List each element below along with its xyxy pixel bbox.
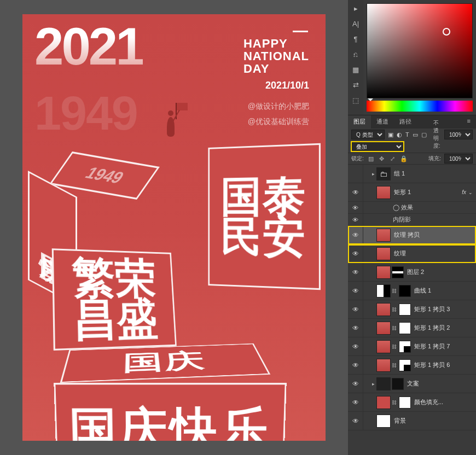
opacity-input[interactable]: 100% — [444, 130, 473, 139]
layer-name[interactable]: 矩形 1 拷贝 3 — [414, 305, 473, 313]
color-picker-ring[interactable] — [443, 28, 450, 36]
layer-name[interactable]: 矩形 1 拷贝 6 — [414, 361, 473, 369]
layer-row[interactable]: 👁⛓矩形 1 拷贝 3 — [348, 300, 476, 319]
layer-name[interactable]: 矩形 1 拷贝 7 — [414, 342, 473, 351]
layer-thumb — [376, 359, 391, 372]
layer-name[interactable]: 矩形 1 拷贝 2 — [414, 324, 473, 332]
panel-menu-icon[interactable]: ≡ — [462, 115, 476, 129]
folder-icon: 🗀 — [376, 167, 391, 180]
visibility-toggle-icon[interactable]: 👁 — [348, 300, 363, 318]
layer-row[interactable]: 👁图层 2 — [348, 263, 476, 282]
visibility-toggle-icon[interactable]: 👁 — [348, 244, 363, 262]
paragraph-panel-icon[interactable]: ¶ — [350, 34, 361, 44]
layer-row[interactable]: 👁⛓颜色填充... — [348, 393, 476, 412]
link-icon: ⛓ — [392, 325, 397, 331]
layer-row[interactable]: 👁背景 — [348, 412, 476, 430]
link-icon: ⛓ — [392, 363, 397, 368]
layer-name[interactable]: 颜色填充... — [414, 398, 473, 406]
tab-channels[interactable]: 通道 — [371, 115, 394, 129]
layer-mask-thumb[interactable] — [399, 341, 411, 353]
glyphs-panel-icon[interactable]: ⎌ — [350, 49, 361, 59]
layer-mask-thumb[interactable] — [392, 266, 404, 278]
lock-artboard-icon[interactable]: ⤢ — [389, 155, 397, 162]
poster-cube-front-top: 国庆 — [60, 343, 271, 383]
right-panels: 图层 通道 路径 ≡ Q 类型 ▣ ◐ T ▭ ▢ 不透明度: 100% 叠加 — [348, 0, 476, 455]
tab-layers[interactable]: 图层 — [348, 115, 371, 129]
visibility-toggle-icon[interactable]: 👁 — [348, 282, 363, 300]
poster-cube-front: 国庆快乐 — [54, 383, 286, 441]
lock-pixels-icon[interactable]: ▨ — [367, 155, 375, 162]
visibility-toggle-icon[interactable]: 👁 — [348, 375, 363, 393]
layer-name[interactable]: 纹理 拷贝 — [394, 231, 473, 239]
adjust-panel-icon[interactable]: ⬚ — [350, 95, 361, 105]
filter-type-icon[interactable]: T — [405, 131, 409, 138]
canvas[interactable]: 2021 HAPPY NATIONAL DAY 2021/10/1 @做设计的小… — [22, 14, 326, 441]
layer-name[interactable]: 组 1 — [394, 170, 473, 178]
visibility-toggle-icon[interactable] — [348, 165, 363, 183]
document-workspace[interactable]: 2021 HAPPY NATIONAL DAY 2021/10/1 @做设计的小… — [0, 0, 348, 455]
panel-icon[interactable]: ▸ — [350, 3, 361, 13]
fx-badge[interactable]: fx — [462, 189, 466, 195]
fill-input[interactable]: 100% — [444, 154, 473, 164]
layer-name[interactable]: 图层 2 — [407, 268, 473, 276]
layer-row[interactable]: ▸🗀组 1 — [348, 165, 476, 183]
layer-name[interactable]: 曲线 1 — [414, 287, 473, 295]
visibility-toggle-icon[interactable]: 👁 — [348, 319, 363, 337]
visibility-toggle-icon[interactable]: 👁 — [348, 356, 363, 374]
layer-mask-thumb[interactable] — [399, 359, 411, 371]
visibility-toggle-icon[interactable]: 👁 — [348, 393, 363, 411]
layer-thumb — [376, 266, 391, 279]
visibility-toggle-icon[interactable]: 👁 — [348, 337, 363, 355]
layer-effect-row[interactable]: 👁◯ 效果 — [348, 202, 476, 214]
layer-effect-row[interactable]: 👁内阴影 — [348, 214, 476, 226]
layer-name[interactable]: 纹理 — [394, 249, 473, 258]
visibility-toggle-icon[interactable]: 👁 — [348, 263, 363, 281]
layer-list[interactable]: ▸🗀组 1👁矩形 1fx⌄👁◯ 效果👁内阴影👁纹理 拷贝👁纹理👁图层 2👁⛓曲线… — [348, 165, 476, 455]
adjustment-thumb — [376, 284, 391, 298]
layer-mask-thumb[interactable] — [399, 396, 411, 409]
lock-label: 锁定: — [351, 155, 364, 162]
poster-heading-line: DAY — [243, 62, 309, 75]
character-panel-icon[interactable]: A| — [350, 19, 361, 28]
layer-mask-thumb[interactable] — [399, 322, 411, 334]
layer-name[interactable]: 矩形 1 — [394, 188, 462, 196]
layer-row[interactable]: 👁⛓矩形 1 拷贝 7 — [348, 337, 476, 356]
link-icon: ⛓ — [392, 344, 397, 349]
disclosure-icon[interactable]: ▸ — [370, 171, 376, 177]
layer-row[interactable]: 👁纹理 — [348, 244, 476, 263]
tab-paths[interactable]: 路径 — [394, 115, 417, 129]
layer-kind-filter[interactable]: Q 类型 — [351, 130, 385, 139]
visibility-toggle-icon[interactable]: 👁 — [348, 202, 363, 213]
poster-year: 2021 — [34, 24, 143, 69]
layer-row[interactable]: 👁纹理 拷贝 — [348, 226, 476, 244]
blend-mode-select[interactable]: 叠加 — [351, 142, 404, 151]
lock-position-icon[interactable]: ✥ — [378, 155, 386, 162]
filter-image-icon[interactable]: ▣ — [388, 131, 393, 138]
visibility-toggle-icon[interactable]: 👁 — [348, 226, 363, 244]
layer-name[interactable]: 文案 — [407, 380, 473, 388]
poster-credit: @优设基础训练营 — [248, 117, 309, 127]
lock-all-icon[interactable]: 🔒 — [400, 155, 408, 162]
chevron-down-icon[interactable]: ⌄ — [468, 190, 473, 195]
hue-slider-marker[interactable] — [368, 98, 373, 104]
layer-row[interactable]: 👁▸文案 — [348, 375, 476, 393]
layer-row[interactable]: 👁⛓矩形 1 拷贝 6 — [348, 356, 476, 375]
filter-shape-icon[interactable]: ▭ — [413, 131, 418, 138]
layer-mask-thumb[interactable] — [392, 378, 404, 390]
layer-row[interactable]: 👁⛓曲线 1 — [348, 282, 476, 300]
visibility-toggle-icon[interactable]: 👁 — [348, 214, 363, 225]
color-field[interactable] — [367, 3, 473, 98]
layer-row[interactable]: 👁⛓矩形 1 拷贝 2 — [348, 319, 476, 337]
hue-slider[interactable] — [367, 101, 473, 112]
visibility-toggle-icon[interactable]: 👁 — [348, 183, 363, 201]
layer-mask-thumb[interactable] — [399, 285, 411, 297]
disclosure-icon[interactable]: ▸ — [370, 381, 376, 387]
filter-adjust-icon[interactable]: ◐ — [397, 131, 402, 138]
swap-colors-icon[interactable]: ⇄ — [350, 80, 361, 90]
layer-row[interactable]: 👁矩形 1fx⌄ — [348, 183, 476, 202]
layer-name[interactable]: 背景 — [394, 417, 473, 425]
visibility-toggle-icon[interactable]: 👁 — [348, 412, 363, 430]
swatches-panel-icon[interactable]: ▦ — [350, 65, 361, 74]
filter-smart-icon[interactable]: ▢ — [421, 131, 427, 138]
layer-mask-thumb[interactable] — [399, 304, 411, 316]
